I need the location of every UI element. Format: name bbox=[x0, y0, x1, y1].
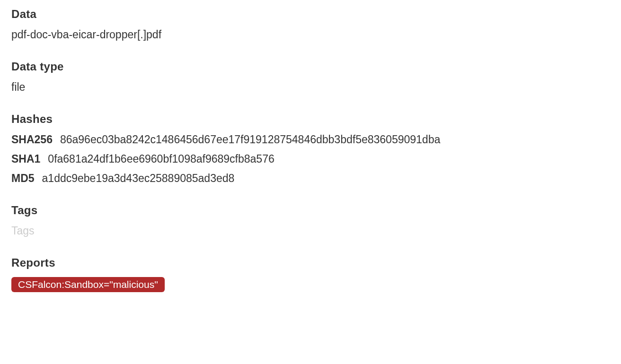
hash-label-md5: MD5 bbox=[11, 172, 35, 185]
data-type-section: Data type file bbox=[11, 60, 610, 94]
data-heading: Data bbox=[11, 8, 610, 21]
data-value: pdf-doc-vba-eicar-dropper[.]pdf bbox=[11, 28, 610, 41]
data-section: Data pdf-doc-vba-eicar-dropper[.]pdf bbox=[11, 8, 610, 41]
tags-heading: Tags bbox=[11, 204, 610, 217]
hash-label-sha1: SHA1 bbox=[11, 153, 40, 165]
hash-row: SHA256 86a96ec03ba8242c1486456d67ee17f91… bbox=[11, 133, 610, 146]
hashes-heading: Hashes bbox=[11, 113, 610, 126]
hash-value-sha1: 0fa681a24df1b6ee6960bf1098af9689cfb8a576 bbox=[48, 153, 274, 165]
tags-section: Tags Tags bbox=[11, 204, 610, 237]
data-type-value: file bbox=[11, 81, 610, 94]
tags-placeholder[interactable]: Tags bbox=[11, 225, 610, 237]
report-badge: CSFalcon:Sandbox="malicious" bbox=[11, 277, 165, 292]
hash-value-sha256: 86a96ec03ba8242c1486456d67ee17f919128754… bbox=[60, 133, 440, 146]
data-type-heading: Data type bbox=[11, 60, 610, 73]
hash-row: MD5 a1ddc9ebe19a3d43ec25889085ad3ed8 bbox=[11, 172, 610, 185]
hash-row: SHA1 0fa681a24df1b6ee6960bf1098af9689cfb… bbox=[11, 153, 610, 165]
reports-heading: Reports bbox=[11, 256, 610, 269]
hash-value-md5: a1ddc9ebe19a3d43ec25889085ad3ed8 bbox=[42, 172, 235, 185]
hashes-section: Hashes SHA256 86a96ec03ba8242c1486456d67… bbox=[11, 113, 610, 185]
reports-section: Reports CSFalcon:Sandbox="malicious" bbox=[11, 256, 610, 292]
hash-label-sha256: SHA256 bbox=[11, 133, 53, 146]
